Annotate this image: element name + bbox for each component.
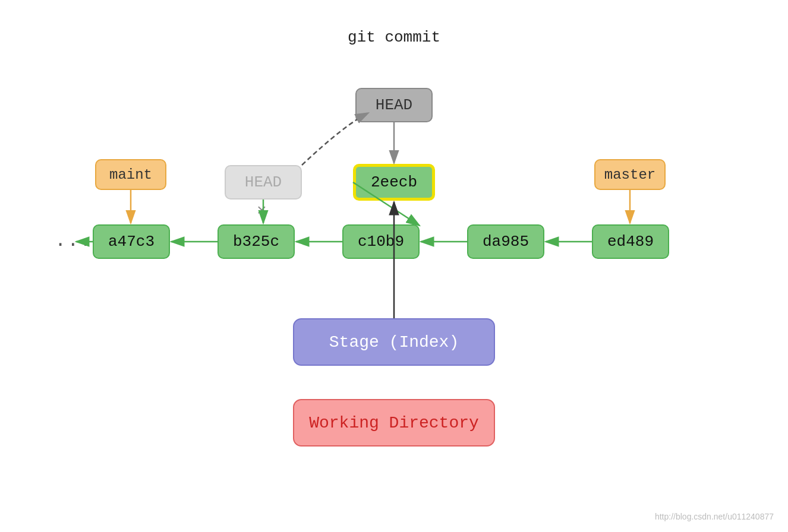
ellipsis: ··· [55, 233, 93, 255]
label-master: master [594, 159, 666, 190]
x-mark: × [257, 202, 267, 220]
commit-b325c: b325c [218, 224, 295, 259]
watermark: http://blog.csdn.net/u011240877 [655, 512, 774, 521]
head-left-node: HEAD [225, 165, 302, 200]
head-top-node: HEAD [355, 88, 433, 122]
commit-da985: da985 [467, 224, 544, 259]
working-directory-box: Working Directory [293, 399, 495, 446]
commit-2eecb: 2eecb [353, 164, 435, 201]
arrows-diagram [0, 0, 788, 532]
page-title: git commit [348, 28, 440, 46]
label-maint: maint [95, 159, 166, 190]
commit-c10b9: c10b9 [342, 224, 420, 259]
commit-ed489: ed489 [592, 224, 669, 259]
commit-a47c3: a47c3 [93, 224, 170, 259]
stage-box: Stage (Index) [293, 318, 495, 366]
